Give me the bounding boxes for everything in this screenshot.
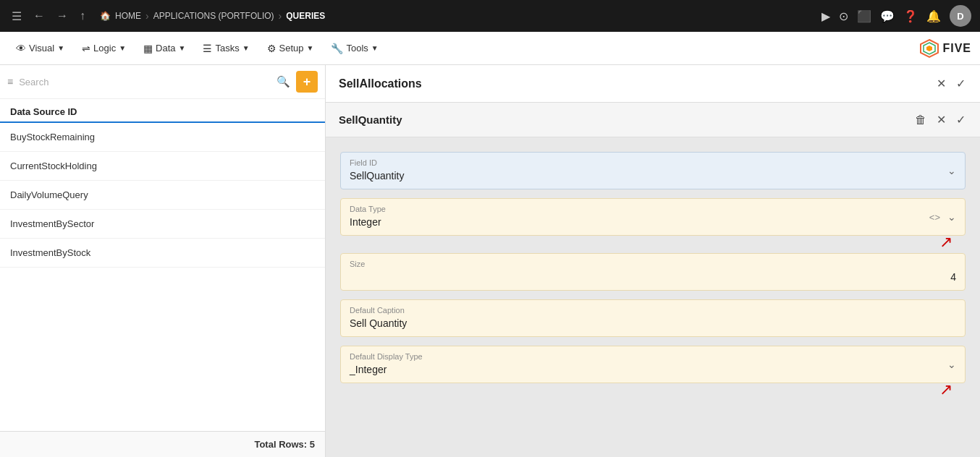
visual-icon: 👁 xyxy=(16,43,26,54)
default-display-value: _Integer xyxy=(350,364,956,375)
top-navigation: ☰ ← → ↑ 🏠 HOME › APPLICATIONS (PORTFOLIO… xyxy=(0,0,980,32)
panel-header: SellAllocations ✕ ✓ xyxy=(326,65,980,103)
panel-header-actions: ✕ ✓ xyxy=(935,75,967,92)
code-icon: <> xyxy=(929,212,940,223)
field-id-group: Field ID SellQuantity ⌄ xyxy=(340,152,966,189)
delete-icon[interactable]: 🗑 xyxy=(913,112,928,128)
setup-dropdown-icon: ▼ xyxy=(307,44,314,52)
default-display-dropdown-icon[interactable]: ⌄ xyxy=(947,359,956,370)
breadcrumb-sep-1: › xyxy=(145,10,149,22)
help-icon[interactable]: ❓ xyxy=(903,9,918,23)
chat-icon[interactable]: 💬 xyxy=(880,9,895,23)
five-logo-icon xyxy=(919,38,939,59)
sidebar-item-3[interactable]: InvestmentBySector xyxy=(0,210,325,239)
tasks-dropdown-icon: ▼ xyxy=(242,44,250,52)
sidebar-column-header: Data Source ID xyxy=(0,99,325,123)
setup-icon: ⚙ xyxy=(267,43,276,54)
home-icon: 🏠 xyxy=(100,11,111,21)
menu-icon[interactable]: ☰ xyxy=(9,7,25,26)
default-display-label: Default Display Type xyxy=(350,352,956,361)
data-type-container: Data Type Integer <> ⌄ ↗ xyxy=(340,198,966,236)
sidebar: ≡ 🔍 + Data Source ID BuyStockRemaining C… xyxy=(0,65,326,457)
play-icon[interactable]: ▶ xyxy=(821,9,830,23)
data-icon: ▦ xyxy=(143,43,153,54)
size-group: Size 4 xyxy=(340,253,966,291)
field-id-label: Field ID xyxy=(350,158,956,167)
five-logo-text: FIVE xyxy=(942,42,971,55)
close-sub-icon[interactable]: ✕ xyxy=(935,111,947,128)
toolbar-tasks[interactable]: ☰ Tasks ▼ xyxy=(195,38,256,59)
breadcrumb: 🏠 HOME › APPLICATIONS (PORTFOLIO) › QUER… xyxy=(100,10,816,22)
default-caption-group: Default Caption Sell Quantity xyxy=(340,299,966,337)
filter-icon: ≡ xyxy=(7,76,13,87)
toolbar-tools[interactable]: 🔧 Tools ▼ xyxy=(324,38,385,59)
forward-icon[interactable]: → xyxy=(54,7,71,25)
sidebar-item-0[interactable]: BuyStockRemaining xyxy=(0,123,325,152)
search-input[interactable] xyxy=(19,77,271,87)
default-caption-container: Default Caption Sell Quantity xyxy=(340,299,966,337)
sidebar-item-2[interactable]: DailyVolumeQuery xyxy=(0,181,325,210)
sidebar-footer: Total Rows: 5 xyxy=(0,431,325,457)
size-label: Size xyxy=(350,260,956,268)
default-display-group: Default Display Type _Integer ⌄ xyxy=(340,346,966,383)
sidebar-list: BuyStockRemaining CurrentStockHolding Da… xyxy=(0,123,325,431)
search-nav-icon[interactable]: ⊙ xyxy=(839,9,848,23)
back-icon[interactable]: ← xyxy=(30,7,48,25)
data-type-label: Data Type xyxy=(350,205,956,213)
five-logo: FIVE xyxy=(919,38,971,59)
red-arrow-datatype: ↗ xyxy=(939,233,952,252)
top-nav-actions: ▶ ⊙ ⬛ 💬 ❓ 🔔 D xyxy=(821,5,971,27)
sub-header-title: SellQuantity xyxy=(339,114,913,126)
toolbar: 👁 Visual ▼ ⇌ Logic ▼ ▦ Data ▼ ☰ Tasks ▼ … xyxy=(0,32,980,65)
right-panel: SellAllocations ✕ ✓ SellQuantity 🗑 ✕ ✓ F… xyxy=(326,65,980,457)
toolbar-visual[interactable]: 👁 Visual ▼ xyxy=(9,38,72,59)
bell-icon[interactable]: 🔔 xyxy=(926,9,941,23)
data-dropdown-icon: ▼ xyxy=(179,44,186,52)
main-content: ≡ 🔍 + Data Source ID BuyStockRemaining C… xyxy=(0,65,980,457)
avatar[interactable]: D xyxy=(950,5,971,27)
svg-marker-2 xyxy=(926,46,932,51)
sidebar-item-1[interactable]: CurrentStockHolding xyxy=(0,152,325,181)
field-id-value: SellQuantity xyxy=(350,170,956,181)
data-type-dropdown-icon[interactable]: ⌄ xyxy=(947,211,956,223)
tools-dropdown-icon: ▼ xyxy=(371,44,379,52)
close-panel-icon[interactable]: ✕ xyxy=(935,75,947,92)
red-arrow-display: ↗ xyxy=(939,380,952,399)
panel-title: SellAllocations xyxy=(339,77,935,90)
sub-header: SellQuantity 🗑 ✕ ✓ xyxy=(326,103,980,137)
tools-icon: 🔧 xyxy=(331,43,343,54)
search-button[interactable]: 🔍 xyxy=(276,75,290,88)
toolbar-setup[interactable]: ⚙ Setup ▼ xyxy=(260,38,321,59)
data-type-group: Data Type Integer <> ⌄ xyxy=(340,198,966,236)
visual-dropdown-icon: ▼ xyxy=(57,44,64,52)
logic-icon: ⇌ xyxy=(82,43,90,54)
sub-header-actions: 🗑 ✕ ✓ xyxy=(913,111,967,128)
form-area: Field ID SellQuantity ⌄ Data Type Intege… xyxy=(326,137,980,457)
search-bar: ≡ 🔍 + xyxy=(0,65,325,99)
portfolio-crumb[interactable]: APPLICATIONS (PORTFOLIO) xyxy=(153,11,274,21)
data-type-value: Integer xyxy=(350,216,956,228)
sidebar-item-4[interactable]: InvestmentByStock xyxy=(0,239,325,268)
logic-dropdown-icon: ▼ xyxy=(119,44,126,52)
check-panel-icon[interactable]: ✓ xyxy=(955,75,967,92)
add-button[interactable]: + xyxy=(296,71,318,93)
field-id-container: Field ID SellQuantity ⌄ xyxy=(340,152,966,189)
default-display-container: Default Display Type _Integer ⌄ ↗ xyxy=(340,346,966,383)
up-icon[interactable]: ↑ xyxy=(77,7,88,25)
default-caption-label: Default Caption xyxy=(350,306,956,315)
home-crumb[interactable]: 🏠 HOME xyxy=(100,11,141,21)
toolbar-logic[interactable]: ⇌ Logic ▼ xyxy=(75,38,133,59)
field-id-dropdown-icon[interactable]: ⌄ xyxy=(947,165,956,176)
check-sub-icon[interactable]: ✓ xyxy=(955,111,967,128)
queries-crumb[interactable]: QUERIES xyxy=(286,11,325,21)
default-caption-value: Sell Quantity xyxy=(350,317,956,329)
tasks-icon: ☰ xyxy=(203,43,212,54)
size-container: Size 4 xyxy=(340,253,966,291)
stop-icon[interactable]: ⬛ xyxy=(857,9,871,23)
size-value: 4 xyxy=(350,271,956,283)
toolbar-data[interactable]: ▦ Data ▼ xyxy=(136,38,193,59)
breadcrumb-sep-2: › xyxy=(279,10,282,22)
